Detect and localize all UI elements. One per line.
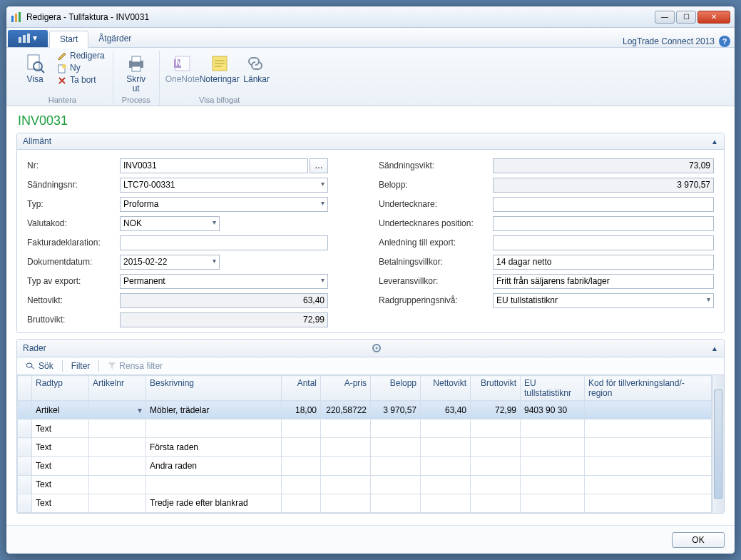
notes-icon — [208, 52, 231, 75]
belopp-field — [493, 178, 714, 193]
radgrupperingsniva-field[interactable] — [493, 293, 714, 308]
onenote-button[interactable]: N OneNote — [165, 51, 200, 86]
label-undertecknares-position: Undertecknares position: — [379, 218, 493, 228]
label-radgrupperingsniva: Radgrupperingsnivå: — [379, 295, 493, 305]
svg-text:N: N — [175, 58, 182, 68]
leveransvillkor-field[interactable] — [493, 274, 714, 289]
links-icon — [245, 52, 268, 75]
vertical-scrollbar[interactable] — [712, 375, 724, 513]
col-kod[interactable]: Kod för tillverkningsland/-region — [585, 376, 712, 401]
valutakod-field[interactable] — [120, 216, 220, 231]
svg-rect-0 — [11, 16, 14, 22]
collapse-icon[interactable]: ▲ — [711, 138, 718, 146]
col-belopp[interactable]: Belopp — [371, 376, 421, 401]
sandningsvikt-field — [493, 158, 714, 173]
clear-filter-icon — [108, 362, 116, 370]
fakturadeklaration-field[interactable] — [120, 235, 328, 250]
file-tab[interactable]: ▾ — [8, 30, 48, 47]
col-bruttovikt[interactable]: Bruttovikt — [471, 376, 521, 401]
sok-button[interactable]: Sök — [21, 360, 58, 372]
gear-icon[interactable] — [371, 342, 382, 354]
label-fakturadeklaration: Fakturadeklaration: — [27, 238, 120, 248]
col-artikelnr[interactable]: Artikelnr — [89, 376, 146, 401]
section-title-rader: Rader — [23, 343, 46, 353]
svg-rect-1 — [15, 14, 17, 22]
ribbon-group-process: Skriv ut Process — [113, 51, 160, 106]
svg-point-25 — [375, 347, 377, 350]
svg-rect-3 — [19, 37, 21, 43]
dokumentdatum-field[interactable] — [120, 255, 220, 270]
typ-field[interactable] — [120, 197, 328, 212]
svg-rect-4 — [23, 35, 26, 43]
visa-button[interactable]: Visa — [18, 51, 52, 86]
svg-line-9 — [41, 69, 44, 73]
section-title-allmant: Allmänt — [23, 136, 51, 146]
col-antal[interactable]: Antal — [282, 376, 321, 401]
menubar: ▾ Start Åtgärder LogTrade Connect 2013 ? — [6, 28, 735, 48]
minimize-button[interactable]: — — [655, 11, 675, 24]
filter-button[interactable]: Filter — [67, 360, 95, 372]
rader-grid[interactable]: Radtyp Artikelnr Beskrivning Antal A-pri… — [17, 375, 712, 513]
col-nettovikt[interactable]: Nettovikt — [421, 376, 471, 401]
anledning-export-field[interactable] — [493, 235, 714, 250]
label-typ-export: Typ av export: — [27, 276, 120, 286]
betalningsvillkor-field[interactable] — [493, 255, 714, 270]
ribbon-group-label-bifogat: Visa bifogat — [199, 96, 240, 106]
label-betalningsvillkor: Betalningsvillkor: — [379, 257, 493, 267]
tabort-button[interactable]: Ta bort — [55, 75, 107, 86]
col-radtyp[interactable]: Radtyp — [32, 376, 89, 401]
svg-rect-5 — [27, 34, 30, 43]
ny-button[interactable]: Ny — [55, 63, 107, 74]
sandningsnr-field[interactable] — [120, 178, 328, 193]
nr-lookup-button[interactable]: … — [310, 158, 328, 173]
label-dokumentdatum: Dokumentdatum: — [27, 257, 120, 267]
col-apris[interactable]: A-pris — [321, 376, 371, 401]
table-row[interactable]: Artikel▾Möbler, trädelar18,00220,587223 … — [18, 401, 712, 419]
app-icon — [11, 11, 22, 23]
label-undertecknare: Undertecknare: — [379, 199, 493, 209]
label-bruttovikt: Bruttovikt: — [27, 315, 120, 325]
table-row[interactable]: TextTredje rade efter blankrad — [18, 494, 712, 512]
label-anledning-export: Anledning till export: — [379, 238, 493, 248]
section-header-rader[interactable]: Rader ▲ — [17, 340, 724, 357]
lankar-button[interactable]: Länkar — [240, 51, 274, 86]
svg-point-26 — [26, 363, 32, 367]
nr-field[interactable] — [120, 158, 308, 173]
tab-actions[interactable]: Åtgärder — [88, 30, 141, 47]
section-allmant: Allmänt ▲ Nr: … Sändningsnr: Typ: — [16, 133, 725, 333]
noteringar-button[interactable]: Noteringar — [203, 51, 237, 86]
tab-start[interactable]: Start — [49, 31, 88, 48]
search-icon — [26, 362, 36, 370]
table-row[interactable]: Text — [18, 419, 712, 438]
table-row[interactable]: TextAndra raden — [18, 457, 712, 475]
undertecknare-field[interactable] — [493, 197, 714, 212]
redigera-button[interactable]: Redigera — [55, 51, 107, 62]
onenote-icon: N — [171, 52, 194, 75]
table-row[interactable]: TextFörsta raden — [18, 438, 712, 457]
section-header-allmant[interactable]: Allmänt ▲ — [17, 133, 724, 150]
ok-button[interactable]: OK — [672, 532, 725, 548]
svg-rect-2 — [19, 12, 21, 22]
col-eu[interactable]: EU tullstatistiknr — [521, 376, 585, 401]
label-nr: Nr: — [27, 161, 120, 170]
label-belopp: Belopp: — [379, 180, 493, 190]
section-rader: Rader ▲ Sök Filter Rensa filter — [16, 339, 725, 514]
close-button[interactable]: ✕ — [697, 11, 730, 24]
maximize-button[interactable]: ☐ — [676, 11, 696, 24]
svg-text:▾: ▾ — [33, 34, 37, 43]
ribbon-group-label-hantera: Hantera — [48, 96, 76, 106]
collapse-icon-rader[interactable]: ▲ — [711, 345, 718, 352]
ribbon-group-hantera: Visa Redigera Ny Ta bort — [12, 51, 113, 106]
pencil-icon — [57, 51, 67, 61]
bruttovikt-field — [120, 312, 328, 327]
table-row[interactable]: Text — [18, 475, 712, 494]
col-beskrivning[interactable]: Beskrivning — [146, 376, 282, 401]
app-window: Redigera - Tullfaktura - INV0031 — ☐ ✕ ▾… — [6, 6, 735, 554]
rensa-filter-button[interactable]: Rensa filter — [103, 360, 167, 372]
typ-export-field[interactable] — [120, 274, 328, 289]
titlebar: Redigera - Tullfaktura - INV0031 — ☐ ✕ — [6, 6, 735, 28]
skriv-ut-button[interactable]: Skriv ut — [119, 51, 153, 95]
ribbon-group-visa-bifogat: N OneNote Noteringar Länkar Vis — [160, 51, 280, 106]
help-icon[interactable]: ? — [719, 36, 730, 47]
undertecknares-position-field[interactable] — [493, 216, 714, 231]
